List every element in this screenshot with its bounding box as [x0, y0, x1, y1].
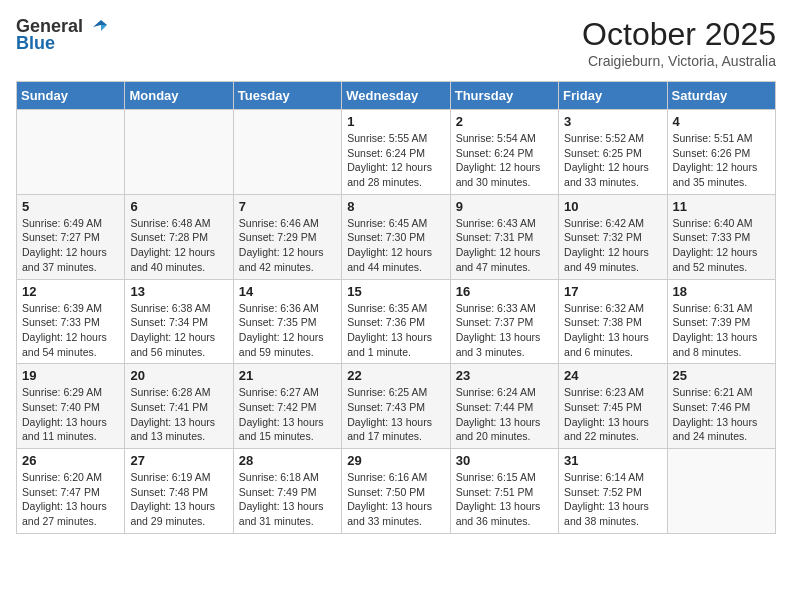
- calendar-cell: 1Sunrise: 5:55 AMSunset: 6:24 PMDaylight…: [342, 110, 450, 195]
- day-info: Sunrise: 6:21 AMSunset: 7:46 PMDaylight:…: [673, 385, 770, 444]
- calendar-cell: 7Sunrise: 6:46 AMSunset: 7:29 PMDaylight…: [233, 194, 341, 279]
- day-number: 7: [239, 199, 336, 214]
- day-number: 29: [347, 453, 444, 468]
- calendar-header-tuesday: Tuesday: [233, 82, 341, 110]
- svg-marker-1: [101, 25, 107, 31]
- calendar-cell: 13Sunrise: 6:38 AMSunset: 7:34 PMDayligh…: [125, 279, 233, 364]
- day-info: Sunrise: 6:16 AMSunset: 7:50 PMDaylight:…: [347, 470, 444, 529]
- page-header: General Blue October 2025 Craigieburn, V…: [16, 16, 776, 69]
- calendar-cell: 31Sunrise: 6:14 AMSunset: 7:52 PMDayligh…: [559, 449, 667, 534]
- day-info: Sunrise: 6:42 AMSunset: 7:32 PMDaylight:…: [564, 216, 661, 275]
- day-info: Sunrise: 6:18 AMSunset: 7:49 PMDaylight:…: [239, 470, 336, 529]
- day-number: 22: [347, 368, 444, 383]
- day-number: 28: [239, 453, 336, 468]
- location-text: Craigieburn, Victoria, Australia: [582, 53, 776, 69]
- calendar-cell: 8Sunrise: 6:45 AMSunset: 7:30 PMDaylight…: [342, 194, 450, 279]
- calendar-cell: 28Sunrise: 6:18 AMSunset: 7:49 PMDayligh…: [233, 449, 341, 534]
- calendar-cell: 19Sunrise: 6:29 AMSunset: 7:40 PMDayligh…: [17, 364, 125, 449]
- day-info: Sunrise: 5:51 AMSunset: 6:26 PMDaylight:…: [673, 131, 770, 190]
- calendar-header-sunday: Sunday: [17, 82, 125, 110]
- day-info: Sunrise: 6:39 AMSunset: 7:33 PMDaylight:…: [22, 301, 119, 360]
- day-number: 20: [130, 368, 227, 383]
- day-info: Sunrise: 6:40 AMSunset: 7:33 PMDaylight:…: [673, 216, 770, 275]
- calendar-cell: 24Sunrise: 6:23 AMSunset: 7:45 PMDayligh…: [559, 364, 667, 449]
- day-info: Sunrise: 5:55 AMSunset: 6:24 PMDaylight:…: [347, 131, 444, 190]
- calendar-table: SundayMondayTuesdayWednesdayThursdayFrid…: [16, 81, 776, 534]
- day-number: 16: [456, 284, 553, 299]
- calendar-cell: 17Sunrise: 6:32 AMSunset: 7:38 PMDayligh…: [559, 279, 667, 364]
- day-info: Sunrise: 6:48 AMSunset: 7:28 PMDaylight:…: [130, 216, 227, 275]
- day-number: 14: [239, 284, 336, 299]
- calendar-cell: 2Sunrise: 5:54 AMSunset: 6:24 PMDaylight…: [450, 110, 558, 195]
- calendar-cell: 3Sunrise: 5:52 AMSunset: 6:25 PMDaylight…: [559, 110, 667, 195]
- day-info: Sunrise: 6:49 AMSunset: 7:27 PMDaylight:…: [22, 216, 119, 275]
- calendar-cell: 29Sunrise: 6:16 AMSunset: 7:50 PMDayligh…: [342, 449, 450, 534]
- day-info: Sunrise: 6:33 AMSunset: 7:37 PMDaylight:…: [456, 301, 553, 360]
- day-info: Sunrise: 6:28 AMSunset: 7:41 PMDaylight:…: [130, 385, 227, 444]
- day-number: 8: [347, 199, 444, 214]
- logo-bird-icon: [87, 17, 109, 37]
- calendar-cell: 14Sunrise: 6:36 AMSunset: 7:35 PMDayligh…: [233, 279, 341, 364]
- day-info: Sunrise: 6:31 AMSunset: 7:39 PMDaylight:…: [673, 301, 770, 360]
- calendar-cell: [17, 110, 125, 195]
- day-info: Sunrise: 6:36 AMSunset: 7:35 PMDaylight:…: [239, 301, 336, 360]
- day-info: Sunrise: 5:52 AMSunset: 6:25 PMDaylight:…: [564, 131, 661, 190]
- calendar-cell: [125, 110, 233, 195]
- day-info: Sunrise: 5:54 AMSunset: 6:24 PMDaylight:…: [456, 131, 553, 190]
- day-number: 11: [673, 199, 770, 214]
- calendar-cell: 22Sunrise: 6:25 AMSunset: 7:43 PMDayligh…: [342, 364, 450, 449]
- calendar-week-row: 5Sunrise: 6:49 AMSunset: 7:27 PMDaylight…: [17, 194, 776, 279]
- day-number: 18: [673, 284, 770, 299]
- calendar-cell: 12Sunrise: 6:39 AMSunset: 7:33 PMDayligh…: [17, 279, 125, 364]
- calendar-cell: 21Sunrise: 6:27 AMSunset: 7:42 PMDayligh…: [233, 364, 341, 449]
- calendar-week-row: 1Sunrise: 5:55 AMSunset: 6:24 PMDaylight…: [17, 110, 776, 195]
- calendar-cell: 4Sunrise: 5:51 AMSunset: 6:26 PMDaylight…: [667, 110, 775, 195]
- calendar-cell: [667, 449, 775, 534]
- day-info: Sunrise: 6:46 AMSunset: 7:29 PMDaylight:…: [239, 216, 336, 275]
- day-info: Sunrise: 6:32 AMSunset: 7:38 PMDaylight:…: [564, 301, 661, 360]
- calendar-cell: 30Sunrise: 6:15 AMSunset: 7:51 PMDayligh…: [450, 449, 558, 534]
- calendar-cell: 6Sunrise: 6:48 AMSunset: 7:28 PMDaylight…: [125, 194, 233, 279]
- day-number: 3: [564, 114, 661, 129]
- day-info: Sunrise: 6:19 AMSunset: 7:48 PMDaylight:…: [130, 470, 227, 529]
- day-number: 13: [130, 284, 227, 299]
- day-number: 21: [239, 368, 336, 383]
- calendar-cell: 11Sunrise: 6:40 AMSunset: 7:33 PMDayligh…: [667, 194, 775, 279]
- calendar-cell: 16Sunrise: 6:33 AMSunset: 7:37 PMDayligh…: [450, 279, 558, 364]
- calendar-week-row: 26Sunrise: 6:20 AMSunset: 7:47 PMDayligh…: [17, 449, 776, 534]
- month-title: October 2025: [582, 16, 776, 53]
- calendar-cell: [233, 110, 341, 195]
- day-number: 26: [22, 453, 119, 468]
- calendar-header-monday: Monday: [125, 82, 233, 110]
- day-info: Sunrise: 6:29 AMSunset: 7:40 PMDaylight:…: [22, 385, 119, 444]
- day-info: Sunrise: 6:15 AMSunset: 7:51 PMDaylight:…: [456, 470, 553, 529]
- calendar-cell: 18Sunrise: 6:31 AMSunset: 7:39 PMDayligh…: [667, 279, 775, 364]
- day-info: Sunrise: 6:43 AMSunset: 7:31 PMDaylight:…: [456, 216, 553, 275]
- day-number: 6: [130, 199, 227, 214]
- day-number: 30: [456, 453, 553, 468]
- day-number: 10: [564, 199, 661, 214]
- calendar-header-wednesday: Wednesday: [342, 82, 450, 110]
- calendar-cell: 26Sunrise: 6:20 AMSunset: 7:47 PMDayligh…: [17, 449, 125, 534]
- title-block: October 2025 Craigieburn, Victoria, Aust…: [582, 16, 776, 69]
- calendar-cell: 15Sunrise: 6:35 AMSunset: 7:36 PMDayligh…: [342, 279, 450, 364]
- day-info: Sunrise: 6:27 AMSunset: 7:42 PMDaylight:…: [239, 385, 336, 444]
- calendar-cell: 10Sunrise: 6:42 AMSunset: 7:32 PMDayligh…: [559, 194, 667, 279]
- day-number: 2: [456, 114, 553, 129]
- day-number: 9: [456, 199, 553, 214]
- calendar-cell: 27Sunrise: 6:19 AMSunset: 7:48 PMDayligh…: [125, 449, 233, 534]
- day-info: Sunrise: 6:25 AMSunset: 7:43 PMDaylight:…: [347, 385, 444, 444]
- day-number: 1: [347, 114, 444, 129]
- day-info: Sunrise: 6:20 AMSunset: 7:47 PMDaylight:…: [22, 470, 119, 529]
- day-info: Sunrise: 6:35 AMSunset: 7:36 PMDaylight:…: [347, 301, 444, 360]
- day-info: Sunrise: 6:23 AMSunset: 7:45 PMDaylight:…: [564, 385, 661, 444]
- calendar-week-row: 12Sunrise: 6:39 AMSunset: 7:33 PMDayligh…: [17, 279, 776, 364]
- calendar-cell: 25Sunrise: 6:21 AMSunset: 7:46 PMDayligh…: [667, 364, 775, 449]
- calendar-cell: 5Sunrise: 6:49 AMSunset: 7:27 PMDaylight…: [17, 194, 125, 279]
- day-number: 27: [130, 453, 227, 468]
- day-info: Sunrise: 6:38 AMSunset: 7:34 PMDaylight:…: [130, 301, 227, 360]
- calendar-cell: 20Sunrise: 6:28 AMSunset: 7:41 PMDayligh…: [125, 364, 233, 449]
- logo-blue-text: Blue: [16, 33, 55, 54]
- day-number: 31: [564, 453, 661, 468]
- day-number: 12: [22, 284, 119, 299]
